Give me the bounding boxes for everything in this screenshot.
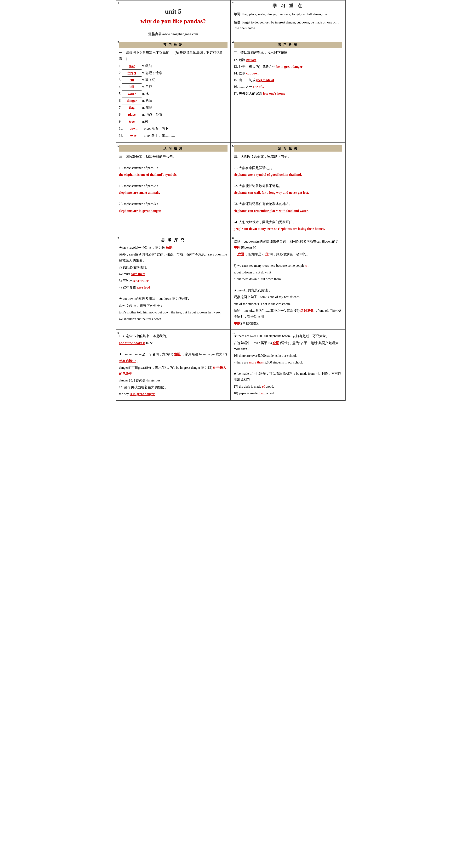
blank-save-them: save them: [131, 272, 145, 276]
cell-8-p5: c. cut them down d. cut down them: [234, 276, 342, 282]
cell-3: 3 预 习 检 测 一、请根据中文意思写出下列单词。（这些都是黑体单词，要好好记…: [116, 39, 230, 143]
cell-10-p2: 在这句话中，over 属于15) 介词 (词性)，意为"多于，超过"其同义短语为…: [234, 340, 342, 352]
cell-3-header: 预 习 检 测: [119, 42, 227, 48]
cell-3-title: 一、请根据中文意思写出下列单词。（这些都是黑体单词，要好好记住哦。）: [119, 50, 227, 62]
cell-5-title: 三、阅读2b短文，找出每段的中心句。: [119, 154, 227, 159]
para3-answer: elephants are in great danger.: [119, 209, 161, 213]
phrases-content: forget to do, get lost, be in great dang…: [234, 21, 339, 30]
list-item: 6. danger n. 危险: [119, 97, 227, 104]
para2-label: 19. topic sentence of para.2：: [119, 183, 227, 189]
cell-4-num: 4: [232, 40, 234, 44]
cell-7: 7 思 考 探 究 ★save save是一个动词，意为救 救助 另外，save…: [116, 235, 230, 330]
blank-danshu: 单数: [234, 321, 240, 325]
blank-is-in-danger: is in great danger: [130, 392, 155, 396]
blank-danger: danger: [122, 97, 142, 104]
q22-cn: 22. 大象能长途跋涉却从不迷路。: [234, 183, 342, 189]
blank-than: than: [257, 361, 265, 364]
cell-9-num: 9: [118, 331, 119, 335]
blank-of: of: [262, 385, 266, 389]
cell-8-p3: 8) we can't see many trees here because …: [234, 263, 342, 269]
q22-answer: elephants can walk for a long way and ne…: [234, 191, 309, 194]
cell-10-p4: = there are more than 5,000 students in …: [234, 360, 342, 365]
q21-cn: 21. 大象在泰国是祥瑞之兆。: [234, 165, 342, 171]
cell-7-num: 7: [118, 236, 119, 240]
cell-9-p7: 14) 那个男孩面临着巨大的危险。: [119, 384, 227, 390]
blank-16: one of...: [253, 85, 264, 89]
cell-8-num: 8: [232, 236, 234, 240]
cell-10: 10 ★ there are over 100,000 elephants be…: [230, 330, 345, 400]
blank-weixian: 危险: [174, 352, 181, 356]
phrases-label: 短语:: [234, 21, 242, 24]
cell-8-p8: one of the students is not in the classr…: [234, 301, 342, 307]
cell-6-header: 预 习 检 测: [234, 145, 342, 152]
cell-6-title: 四、认真阅读2b短文，完成以下句子。: [234, 154, 342, 159]
cell-4-header: 预 习 检 测: [234, 42, 342, 48]
words-label: 单词:: [234, 12, 242, 16]
blank-houmian: 后面: [237, 252, 244, 256]
blank-tree: tree: [122, 118, 142, 125]
blank-save: save: [122, 63, 142, 70]
q21-answer: elephants are a symbol of good luck in t…: [234, 173, 302, 177]
list-item: 13. 处于（极大的）危险之中 be in great danger: [234, 63, 342, 70]
blank-save-water: save water: [133, 279, 149, 283]
blank-save-food: save food: [137, 286, 150, 289]
cell-10-p3: 16) there are over 5,000 students in our…: [234, 353, 342, 359]
cell-7-p10: we shouldn't cut the trees down.: [119, 316, 227, 322]
cell-7-header: 思 考 探 究: [119, 238, 227, 242]
cell-9-p8: the boy is in great danger .: [119, 391, 227, 397]
blank-15: (be) made of: [256, 78, 274, 82]
list-item: 11. over prep. 多于；在……上: [119, 132, 227, 139]
blank-dai: 代: [265, 252, 269, 256]
blank-water: water: [122, 91, 142, 97]
vocab-list: 1. save v. 救助 2. forget v. 忘记；遗忘 3. cut …: [119, 63, 227, 139]
website: 道格办公-www.daogebangong.com: [119, 32, 227, 36]
words-content: flag, place, water, danger, tree, save, …: [242, 12, 329, 16]
cell-10-p7: 18) paper is made from wood.: [234, 390, 342, 396]
blank-13: be in great danger: [276, 65, 303, 68]
list-item: 7. flag n. 旗帜: [119, 104, 227, 111]
cell-10-p5: ★ be made of 用...制作，可以看出原材料；be made from…: [234, 371, 342, 383]
cell-9-p6: danger 的形容词是 dangerous: [119, 377, 227, 383]
blank-place: place: [122, 111, 142, 118]
blank-over: over: [124, 132, 143, 139]
cell-7-p6: 4) 贮存食物 save food: [119, 284, 227, 290]
blank-17: lose one's home: [263, 92, 285, 95]
cell-7-p7: ★ cut down的意思及用法：cut down 意为"砍倒",: [119, 296, 227, 302]
cell-9-p3: ★ danger danger是一个名词，意为11) 危险 ，常用短语 be i…: [119, 351, 227, 357]
blank-kill: kill: [122, 84, 142, 91]
blank-mingci: 名词复数: [300, 309, 314, 312]
cell-1-num: 1: [118, 1, 119, 5]
blank-zhongjian: 中间: [234, 246, 240, 249]
cell-8-p4: a. cut it down b. cut down it: [234, 269, 342, 275]
blank-one-books: one of the books is: [119, 341, 145, 345]
list-item: 1. save v. 救助: [119, 63, 227, 70]
blank-flag: flag: [122, 104, 142, 111]
para2-answer: elephants are smart animals.: [119, 191, 160, 194]
cell-5: 5 预 习 检 测 三、阅读2b短文，找出每段的中心句。 18. topic s…: [116, 143, 230, 235]
phrase-list: 12. 迷路 get lost 13. 处于（极大的）危险之中 be in gr…: [234, 57, 342, 97]
blank-juda: 处于极大的危险中: [119, 366, 226, 375]
cell-3-num: 3: [118, 40, 119, 44]
cell-9-p5: danger前可用great修饰，表示"巨大的", be in great da…: [119, 365, 227, 377]
cell-8-p7: 观察这两个句子：tom is one of my best friends.: [234, 294, 342, 300]
cell-10-num: 10: [232, 331, 236, 335]
unit-title: unit 5: [119, 8, 227, 15]
q24-answer: people cut down many trees so elephants …: [234, 227, 325, 230]
save-meaning: 救助: [166, 246, 173, 249]
cell-6-num: 6: [232, 144, 234, 148]
blank-forget: forget: [122, 70, 142, 76]
cell-1: 1 unit 5 why do you like pandas? 道格办公-ww…: [116, 0, 230, 39]
list-item: 10. down prep. 沿着，向下: [119, 125, 227, 132]
blank-14: cut down: [246, 71, 259, 75]
list-item: 17. 失去某人的家园 lose one's home: [234, 90, 342, 97]
list-item: 5. water n. 水: [119, 91, 227, 97]
cell-2-num: 2: [232, 1, 234, 5]
cell-7-p4: we must save them: [119, 271, 227, 277]
blank-12: get lost: [246, 58, 256, 62]
cell-7-p9: tom's mother told him not to cut down th…: [119, 309, 227, 315]
blank-more: more: [249, 361, 257, 364]
blank-cut: cut: [122, 76, 142, 84]
cell-10-p1: ★ there are over 100,000 elephants befor…: [234, 333, 342, 339]
cell-5-header: 预 习 检 测: [119, 145, 227, 152]
cell-7-p3: 2) 我们必须救他们。: [119, 265, 227, 270]
